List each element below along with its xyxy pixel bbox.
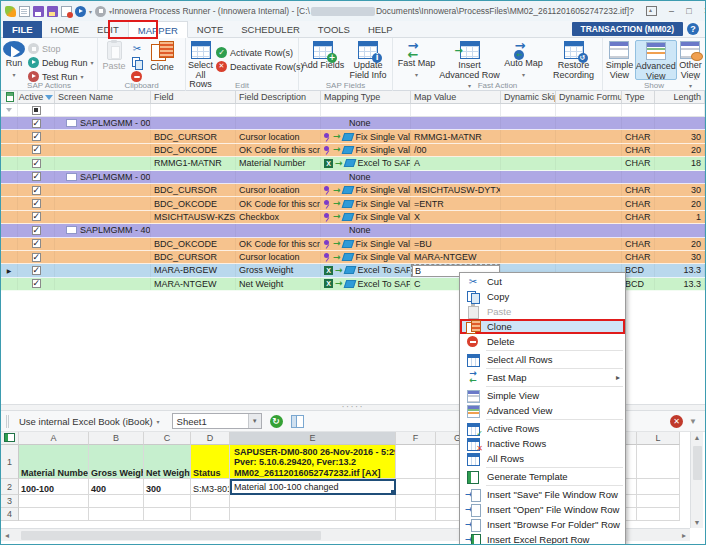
menu-item-clone[interactable]: Clone [460,319,625,334]
scroll-right-icon[interactable]: ▸ [682,531,686,540]
cell-F1[interactable] [396,445,436,479]
paste-button[interactable]: Paste [100,40,128,80]
grid-row[interactable]: SAPLMGMM - 0060None [1,117,705,130]
tab-scheduler[interactable]: SCHEDULER [232,21,309,38]
row-header-4[interactable]: 4 [1,508,19,521]
active-checkbox[interactable] [32,212,41,221]
cell-A2[interactable]: 100-100 [19,479,89,495]
simple-view-button[interactable]: Simple View [605,40,634,80]
deactivate-rows-button[interactable]: ✕Deactivate Row(s) [214,60,306,73]
tab-note[interactable]: NOTE [188,21,232,38]
tab-tools[interactable]: TOOLS [309,21,359,38]
active-checkbox[interactable] [32,239,41,248]
cut-button[interactable]: ✂ [129,42,145,55]
grid-row[interactable]: BDC_OKCODEOK Code for this screen→Fix Si… [1,144,705,157]
filter-field[interactable] [151,104,236,116]
cell-L2[interactable] [637,479,680,495]
cell-L1[interactable] [637,445,680,479]
cell-A3[interactable] [19,495,89,508]
col-dynamic-formula[interactable]: Dynamic Formula [556,91,622,103]
cell-E1[interactable]: SAPUSER-DM0-800 26-Nov-2016 - 5:29 PM Pv… [230,445,396,479]
menu-item-insert-save-file-window-row[interactable]: Insert "Save" File Window Row [460,487,625,502]
filter-mapping-type[interactable] [321,104,411,116]
grid-row[interactable]: BDC_OKCODEOK Code for this screen→Fix Si… [1,238,705,251]
cell-D2[interactable]: S:M3-801 [191,479,230,495]
filter-field-description[interactable] [236,104,321,116]
menu-item-advanced-view[interactable]: Advanced View [460,403,625,418]
activate-rows-button[interactable]: ✓Activate Row(s) [214,46,306,59]
add-fields-button[interactable]: Add Fields [301,40,345,80]
horizontal-scroll-thumb[interactable] [21,531,321,540]
minimize-button[interactable]: – [669,6,674,16]
active-checkbox[interactable] [32,279,41,288]
grid-row[interactable]: BDC_OKCODEOK Code for this screen→Fix Si… [1,197,705,210]
help-button[interactable]: ? [629,6,634,16]
col-header-e[interactable]: E [230,432,396,445]
active-filter-checkbox[interactable] [32,106,41,115]
menu-item-insert-open-file-window-row[interactable]: Insert "Open" File Window Row [460,502,625,517]
col-header-b[interactable]: B [89,432,144,445]
ribbon-display-options-button[interactable] [646,6,657,16]
cell-C2[interactable]: 300 [144,479,191,495]
select-all-rows-button[interactable]: Select All Rows [188,40,213,80]
toolbar-grip[interactable] [6,415,9,428]
close-file-icon[interactable] [61,6,72,17]
col-field-description[interactable]: Field Description [236,91,321,103]
copy-button[interactable] [129,56,145,69]
advanced-view-button[interactable]: Advanced View [635,40,677,80]
filter-type[interactable] [622,104,655,116]
menu-item-copy[interactable]: Copy [460,289,625,304]
quick-run-caret-icon[interactable]: ▾ [89,8,92,15]
col-active[interactable]: Active [18,91,55,103]
tab-file[interactable]: FILE [3,21,42,38]
menu-item-active-rows[interactable]: Active Rows [460,421,625,436]
row-header-1[interactable]: 1 [1,445,19,479]
grid-row[interactable]: MSICHTAUSW-KZSEL(01)Checkbox→Fix Single … [1,211,705,224]
cell-B1[interactable]: Gross Weight [89,445,144,479]
cell-D1[interactable]: Status [191,445,230,479]
grid-corner[interactable] [1,91,18,103]
active-checkbox[interactable] [32,119,41,128]
col-header-l[interactable]: L [637,432,680,445]
excel-options-icon[interactable] [291,415,304,428]
tab-mapper[interactable]: MAPPER [128,21,188,38]
fast-map-button[interactable]: Fast Map▾ [395,40,438,80]
active-checkbox[interactable] [32,172,41,181]
save-as-icon[interactable] [47,6,58,17]
cell-L3[interactable] [637,495,680,508]
cell-B2[interactable]: 400 [89,479,144,495]
collapse-ribbon-icon[interactable]: ⌃ [692,77,699,86]
grid-row[interactable]: RMMG1-MATNRMaterial NumberX→Excel To SAP… [1,157,705,170]
menu-item-insert-excel-report-row[interactable]: Insert Excel Report Row [460,532,625,545]
close-panel-icon[interactable]: ✕ [670,415,683,428]
sheet-selector[interactable]: Sheet1 ▼ [172,413,262,429]
excel-book-selector[interactable]: Use internal Excel Book (iBook)▾ [15,414,164,429]
auto-map-button[interactable]: Auto Map▾ [501,40,546,80]
debug-run-button[interactable]: Debug Run▾ [26,56,96,69]
maximize-button[interactable]: □ [686,6,691,16]
col-length[interactable]: Length [655,91,705,103]
tab-help[interactable]: HELP [359,21,402,38]
cell-D4[interactable] [191,508,230,521]
filter-screen-name[interactable] [55,104,151,116]
grid-row[interactable]: BDC_CURSORCursor location→Fix Single Val… [1,184,705,197]
scroll-left-icon[interactable]: ◂ [5,531,9,540]
cell-C3[interactable] [144,495,191,508]
save-icon[interactable] [33,6,44,17]
active-checkbox[interactable] [32,253,41,262]
active-checkbox[interactable] [32,199,41,208]
sheet-dropdown-icon[interactable]: ▼ [248,414,261,428]
cell-E2-active[interactable]: Material 100-100 changed [230,479,396,495]
select-all-cells-button[interactable] [1,432,19,445]
new-file-icon[interactable] [19,6,30,17]
menu-item-all-rows[interactable]: All Rows [460,451,625,466]
active-checkbox[interactable] [32,132,41,141]
quick-stop-icon[interactable] [95,6,106,17]
scroll-down-icon[interactable]: ▼ [694,519,701,526]
filter-length[interactable] [655,104,705,116]
transaction-help-icon[interactable]: ? [687,23,699,35]
active-checkbox[interactable] [32,226,41,235]
active-checkbox[interactable] [32,145,41,154]
col-type[interactable]: Type [622,91,655,103]
insert-advanced-row-button[interactable]: Insert Advanced Row▾ [439,40,500,80]
